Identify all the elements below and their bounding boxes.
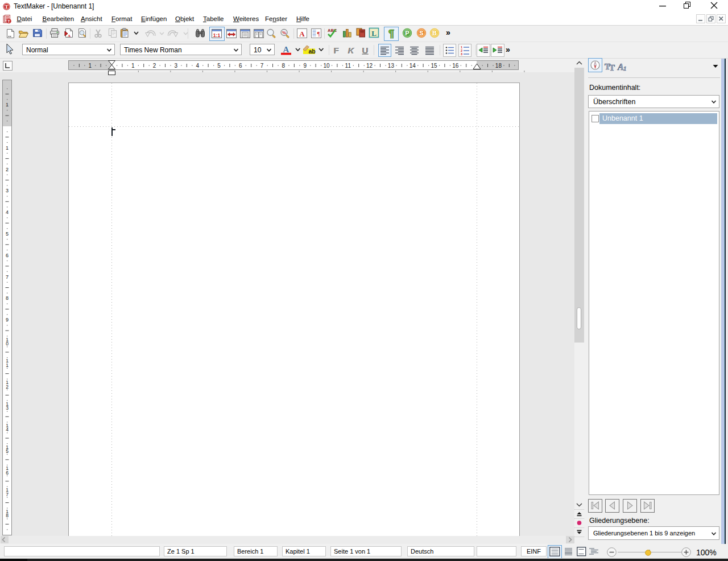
svg-text:ab: ab xyxy=(309,48,316,55)
svg-text:P: P xyxy=(405,30,409,36)
svg-text:14: 14 xyxy=(410,63,416,69)
svg-text:3: 3 xyxy=(6,188,9,193)
svg-text:5: 5 xyxy=(6,231,9,237)
svg-text:2: 2 xyxy=(153,63,156,69)
svg-text:16: 16 xyxy=(452,63,459,69)
svg-text:T: T xyxy=(8,19,10,23)
svg-text:6: 6 xyxy=(6,253,9,258)
svg-text:4: 4 xyxy=(196,63,199,69)
svg-text:¶: ¶ xyxy=(317,31,320,37)
svg-text:18: 18 xyxy=(495,63,502,69)
svg-text:T: T xyxy=(609,63,615,72)
svg-text:7: 7 xyxy=(260,63,264,69)
svg-text:¶: ¶ xyxy=(388,27,395,39)
svg-text:1: 1 xyxy=(6,362,9,368)
svg-text:4: 4 xyxy=(6,209,9,215)
svg-text:A: A xyxy=(299,30,305,38)
svg-text:1:1: 1:1 xyxy=(213,32,221,38)
svg-text:%: % xyxy=(282,30,286,35)
svg-text:8: 8 xyxy=(6,513,9,518)
svg-text:T: T xyxy=(5,4,8,10)
svg-text:15: 15 xyxy=(431,63,437,69)
svg-text:7: 7 xyxy=(6,274,9,280)
svg-text:A: A xyxy=(68,34,71,38)
svg-text:A: A xyxy=(283,45,289,54)
svg-text:10: 10 xyxy=(323,63,330,69)
svg-text:1: 1 xyxy=(6,145,9,151)
svg-text:9: 9 xyxy=(303,63,307,69)
svg-text:12: 12 xyxy=(366,63,373,69)
svg-text:1: 1 xyxy=(623,65,627,72)
svg-text:8: 8 xyxy=(282,63,286,69)
svg-text:1: 1 xyxy=(88,63,92,69)
svg-text:S: S xyxy=(419,30,423,36)
svg-text:L: L xyxy=(371,29,377,38)
svg-text:5: 5 xyxy=(6,448,9,454)
svg-text:9: 9 xyxy=(6,317,9,323)
svg-text:B: B xyxy=(432,30,437,36)
svg-text:1: 1 xyxy=(6,102,9,108)
svg-text:3: 3 xyxy=(175,63,178,69)
svg-text:8: 8 xyxy=(6,295,9,301)
svg-text:1: 1 xyxy=(131,63,135,69)
svg-text:3: 3 xyxy=(461,52,462,56)
svg-text:6: 6 xyxy=(239,63,242,69)
svg-text:2: 2 xyxy=(6,384,9,390)
svg-text:5: 5 xyxy=(217,63,221,69)
svg-text:4: 4 xyxy=(6,427,9,432)
svg-text:11: 11 xyxy=(345,63,351,69)
svg-text:3: 3 xyxy=(6,405,9,411)
svg-text:7: 7 xyxy=(6,492,9,497)
svg-text:6: 6 xyxy=(6,470,9,476)
svg-text:0: 0 xyxy=(6,341,9,346)
svg-text:13: 13 xyxy=(388,63,395,69)
svg-text:2: 2 xyxy=(6,167,9,172)
